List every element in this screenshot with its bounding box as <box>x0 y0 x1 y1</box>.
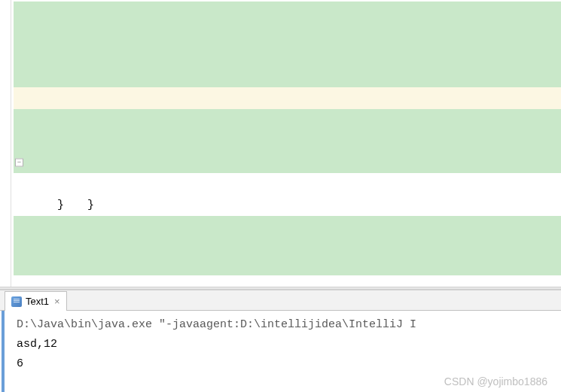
code-line-4[interactable]: a.add("12"); <box>14 66 561 88</box>
code-line-blank[interactable] <box>14 130 561 152</box>
fold-icon[interactable]: − <box>15 158 23 166</box>
code-line-1[interactable]: public static void main(String[] args) { <box>14 2 561 23</box>
code-line-8[interactable]: − } <box>14 152 561 174</box>
code-line-blank-3[interactable] <box>14 216 561 238</box>
console-tab-bar: Text1 × <box>0 290 561 311</box>
watermark: CSDN @yojimbo1886 <box>444 375 547 387</box>
code-editor[interactable]: public static void main(String[] args) {… <box>0 0 561 287</box>
console-output[interactable]: D:\Java\bin\java.exe "-javaagent:D:\inte… <box>2 311 561 392</box>
code-line-9[interactable]: } <box>14 173 561 195</box>
code-line-blank-2[interactable] <box>14 195 561 217</box>
console-output-line: 6 <box>5 354 561 374</box>
code-line-5-highlighted[interactable]: System.out.println(a.toString()); <box>14 87 561 109</box>
code-line-2[interactable]: StringJoiner a = new StringJoiner( delim… <box>14 23 561 45</box>
code-line-6[interactable]: System.out.println(a.length()); <box>14 109 561 131</box>
console-command-line: D:\Java\bin\java.exe "-javaagent:D:\inte… <box>5 315 561 335</box>
tab-text1[interactable]: Text1 × <box>5 291 67 311</box>
code-line-blank-4[interactable] <box>14 238 561 260</box>
text-file-icon <box>11 296 22 307</box>
gutter-line <box>11 0 11 287</box>
close-icon[interactable]: × <box>54 296 60 307</box>
console-output-line: asd,12 <box>5 335 561 354</box>
code-line-3[interactable]: a.add("asd"); <box>14 44 561 66</box>
tab-label: Text1 <box>26 296 49 307</box>
code-line-blank-5[interactable] <box>14 259 561 275</box>
code-content: public static void main(String[] args) {… <box>0 0 561 275</box>
